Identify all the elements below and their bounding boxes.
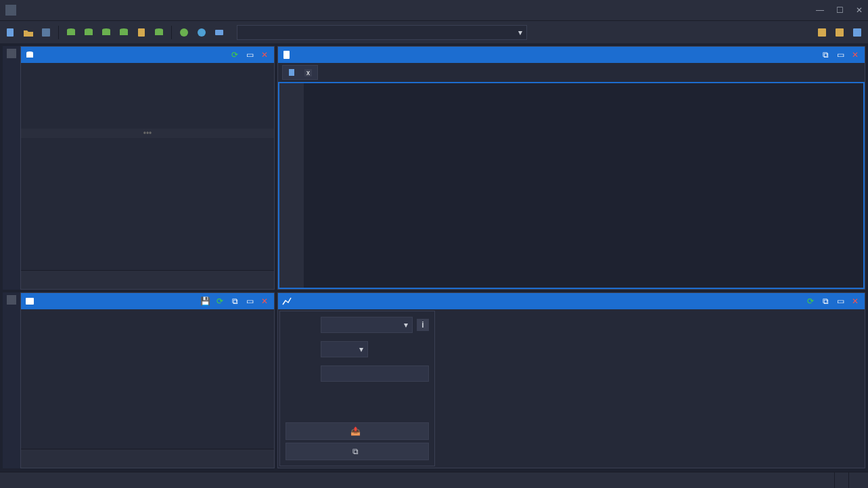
export-icon: 📤: [350, 426, 361, 436]
clipboard-icon[interactable]: [135, 26, 148, 39]
svg-rect-25: [26, 298, 34, 305]
svg-rect-21: [26, 53, 33, 58]
tab-close-icon[interactable]: x: [304, 69, 312, 76]
svg-rect-9: [120, 30, 128, 35]
close-panel-icon[interactable]: ✕: [259, 49, 270, 60]
refresh-icon[interactable]: ⟳: [229, 49, 240, 60]
minimize-icon[interactable]: ―: [816, 5, 824, 15]
db-icon-5[interactable]: [152, 26, 166, 39]
status-time: [848, 472, 863, 488]
svg-rect-5: [85, 30, 93, 35]
db-icon-2[interactable]: [82, 26, 95, 39]
status-count: [834, 472, 848, 488]
maximize-icon[interactable]: ☐: [836, 5, 844, 15]
file-icon: [288, 68, 296, 76]
tool-icon-2[interactable]: [833, 26, 846, 39]
left-gutter: [3, 46, 20, 290]
close-panel-icon[interactable]: ✕: [259, 296, 270, 307]
documents-panel: ⧉ ▭ ✕ x: [277, 46, 865, 290]
editor-tab[interactable]: x: [282, 65, 318, 80]
popout-icon[interactable]: ⧉: [820, 296, 831, 307]
chart-panel: ⟳ ⧉ ▭ ✕ ▾ i ▾: [277, 292, 865, 468]
svg-rect-23: [289, 69, 294, 76]
tree-splitter[interactable]: •••: [21, 129, 274, 138]
chart-theme-select[interactable]: ▾: [321, 341, 368, 357]
refresh-icon[interactable]: ⟳: [214, 296, 225, 307]
svg-rect-19: [7, 49, 16, 58]
minimize-panel-icon[interactable]: ▭: [244, 296, 255, 307]
status-bar: [0, 472, 868, 488]
svg-rect-12: [155, 30, 163, 35]
server-tree-panel: ⟳ ▭ ✕ •••: [20, 46, 275, 290]
chevron-down-icon: ▾: [359, 345, 363, 354]
svg-rect-0: [7, 28, 14, 37]
documents-icon: [282, 50, 292, 60]
toolbar: ▾: [0, 20, 868, 43]
svg-rect-24: [7, 295, 16, 305]
connect-icon[interactable]: [212, 26, 226, 39]
svg-rect-22: [283, 51, 290, 59]
svg-rect-16: [818, 28, 826, 37]
chart-plot: [439, 312, 750, 414]
chevron-down-icon: ▾: [518, 28, 522, 37]
panel-grip-icon[interactable]: [7, 295, 16, 305]
svg-rect-10: [138, 28, 145, 37]
close-icon[interactable]: ✕: [856, 5, 863, 15]
server-tree-icon: [25, 50, 35, 60]
open-new-window-button[interactable]: ⧉: [285, 443, 429, 460]
chevron-down-icon: ▾: [404, 320, 408, 330]
svg-point-13: [180, 28, 188, 37]
server-select[interactable]: ▾: [237, 25, 527, 40]
minimize-panel-icon[interactable]: ▭: [835, 296, 846, 307]
svg-rect-7: [102, 30, 110, 35]
svg-rect-3: [67, 30, 75, 35]
svg-rect-18: [853, 28, 861, 37]
db-icon-1[interactable]: [64, 26, 78, 39]
close-panel-icon[interactable]: ✕: [850, 49, 861, 60]
save-result-icon[interactable]: 💾: [200, 296, 210, 307]
chart-title-input[interactable]: [321, 365, 429, 382]
new-window-icon: ⧉: [352, 447, 359, 456]
panel-grip-icon[interactable]: [7, 49, 16, 58]
export-pulse-button[interactable]: 📤: [285, 422, 429, 440]
code-editor[interactable]: [278, 82, 865, 289]
svg-rect-1: [42, 28, 50, 37]
chart-icon: [282, 296, 292, 306]
minimize-panel-icon[interactable]: ▭: [244, 49, 255, 60]
result-icon: [25, 296, 35, 306]
info-icon[interactable]: i: [417, 319, 429, 331]
db-icon-3[interactable]: [99, 26, 113, 39]
minimize-panel-icon[interactable]: ▭: [835, 49, 846, 60]
chart-control-panel: ▾ i ▾ 📤 ⧉: [279, 311, 435, 466]
refresh-icon[interactable]: ⟳: [805, 296, 816, 307]
svg-rect-15: [215, 30, 223, 35]
tool-icon-1[interactable]: [815, 26, 829, 39]
new-file-icon[interactable]: [4, 26, 18, 39]
run-icon[interactable]: [177, 26, 191, 39]
chart-type-select[interactable]: ▾: [321, 317, 413, 333]
popout-icon[interactable]: ⧉: [229, 296, 240, 307]
save-icon[interactable]: [39, 26, 53, 39]
popout-icon[interactable]: ⧉: [820, 49, 831, 60]
close-panel-icon[interactable]: ✕: [850, 296, 861, 307]
app-icon: [5, 5, 16, 16]
svg-rect-17: [836, 28, 844, 37]
db-icon-4[interactable]: [117, 26, 131, 39]
tool-icon-3[interactable]: [850, 26, 864, 39]
svg-point-14: [198, 28, 206, 37]
left-gutter-2: [3, 292, 20, 468]
open-folder-icon[interactable]: [22, 26, 35, 39]
globe-icon[interactable]: [195, 26, 208, 39]
titlebar: ― ☐ ✕: [0, 0, 868, 20]
result-panel: 💾 ⟳ ⧉ ▭ ✕: [20, 292, 275, 468]
